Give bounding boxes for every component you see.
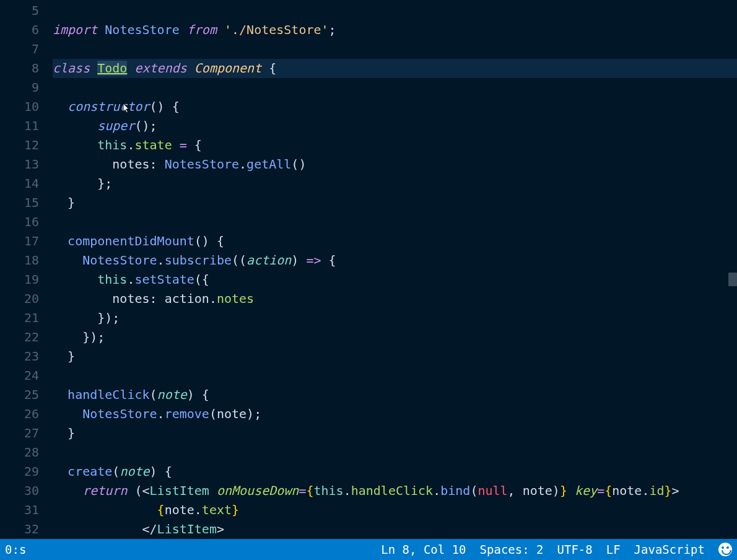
line-number: 24 <box>0 366 39 385</box>
code-line[interactable]: notes: NotesStore.getAll() <box>53 155 737 174</box>
status-eol[interactable]: LF <box>606 543 621 556</box>
line-number: 27 <box>0 424 39 443</box>
line-number: 13 <box>0 155 39 174</box>
code-line[interactable]: } <box>53 424 737 443</box>
line-number: 32 <box>0 520 39 539</box>
line-number: 14 <box>0 174 39 193</box>
line-number: 16 <box>0 212 39 232</box>
feedback-smiley-icon[interactable] <box>718 543 732 556</box>
line-number: 6 <box>0 20 39 40</box>
code-line[interactable]: import NotesStore from './NotesStore'; <box>53 20 737 40</box>
line-number: 19 <box>0 270 39 289</box>
line-number: 23 <box>0 347 39 366</box>
line-number: 21 <box>0 308 39 328</box>
code-line[interactable]: </ListItem> <box>53 520 737 539</box>
code-line[interactable]: handleClick(note) { <box>53 385 737 405</box>
code-line[interactable]: } <box>53 193 737 212</box>
code-line[interactable] <box>53 40 737 59</box>
code-line[interactable]: return (<ListItem onMouseDown={this.hand… <box>53 481 737 501</box>
line-number-gutter[interactable]: 5678910111213141516171819202122232425262… <box>0 0 53 539</box>
code-line[interactable] <box>53 212 737 232</box>
code-line[interactable] <box>53 366 737 385</box>
line-number: 22 <box>0 328 39 347</box>
line-number: 8 <box>0 59 39 78</box>
code-line[interactable]: } <box>53 347 737 366</box>
code-line[interactable] <box>53 443 737 462</box>
code-line[interactable]: }); <box>53 328 737 347</box>
code-line[interactable]: this.state = { <box>53 136 737 155</box>
line-number: 28 <box>0 443 39 462</box>
status-line-col[interactable]: Ln 8, Col 10 <box>381 543 466 556</box>
status-bar: 0:s Ln 8, Col 10 Spaces: 2 UTF-8 LF Java… <box>0 539 737 560</box>
line-number: 17 <box>0 232 39 251</box>
line-number: 10 <box>0 97 39 116</box>
code-line[interactable]: this.setState({ <box>53 270 737 289</box>
line-number: 9 <box>0 78 39 97</box>
minimap-scrollbar[interactable] <box>728 0 737 539</box>
code-line[interactable]: }); <box>53 308 737 328</box>
line-number: 15 <box>0 193 39 212</box>
status-encoding[interactable]: UTF-8 <box>557 543 593 556</box>
line-number: 31 <box>0 501 39 520</box>
line-number: 18 <box>0 251 39 270</box>
line-number: 7 <box>0 40 39 59</box>
line-number: 30 <box>0 481 39 501</box>
line-number: 11 <box>0 116 39 136</box>
line-number: 25 <box>0 385 39 405</box>
line-number: 26 <box>0 405 39 424</box>
minimap-thumb[interactable] <box>728 273 737 286</box>
code-line[interactable]: NotesStore.subscribe((action) => { <box>53 251 737 270</box>
code-line[interactable]: {note.text} <box>53 501 737 520</box>
line-number: 29 <box>0 462 39 481</box>
code-line[interactable]: NotesStore.remove(note); <box>53 405 737 424</box>
status-indentation[interactable]: Spaces: 2 <box>480 543 544 556</box>
status-language[interactable]: JavaScript <box>634 543 705 556</box>
code-line[interactable]: constructor() { <box>53 97 737 116</box>
status-left-indicator[interactable]: 0:s <box>5 543 26 556</box>
code-line[interactable]: componentDidMount() { <box>53 232 737 251</box>
code-line[interactable] <box>53 1 737 20</box>
editor-area[interactable]: 5678910111213141516171819202122232425262… <box>0 0 737 539</box>
code-line[interactable]: super(); <box>53 116 737 136</box>
line-number: 12 <box>0 136 39 155</box>
line-number: 20 <box>0 289 39 308</box>
code-line[interactable]: class Todo extends Component { <box>53 59 737 78</box>
code-line[interactable]: }; <box>53 174 737 193</box>
code-line[interactable] <box>53 78 737 97</box>
code-line[interactable]: create(note) { <box>53 462 737 481</box>
line-number: 5 <box>0 1 39 20</box>
code-line[interactable]: notes: action.notes <box>53 289 737 308</box>
code-content[interactable]: import NotesStore from './NotesStore';cl… <box>53 0 737 539</box>
